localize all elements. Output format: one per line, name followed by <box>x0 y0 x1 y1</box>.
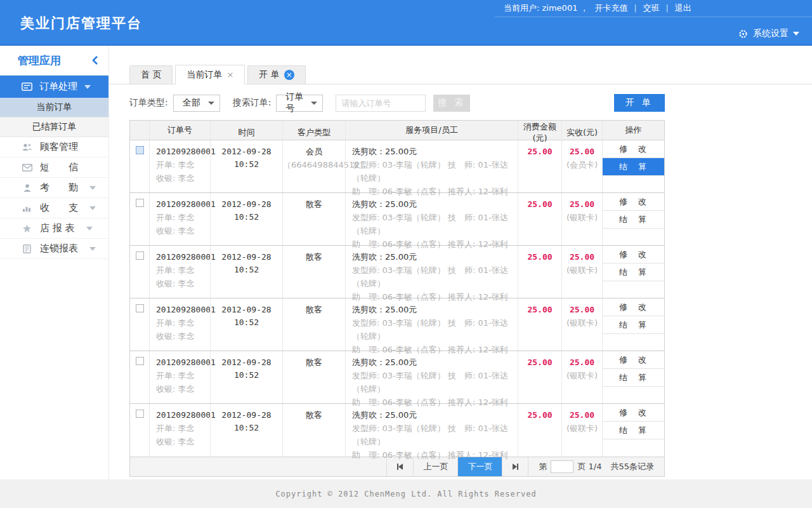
order-number: 201209280001 <box>156 409 210 422</box>
pay-method: (银联卡) <box>562 316 602 330</box>
action-spacer <box>603 176 664 192</box>
col-amount: 消费金额(元) <box>518 121 561 140</box>
divider: | <box>634 4 637 13</box>
col-customer-type: 客户类型 <box>282 121 345 140</box>
sidebar-item-sms[interactable]: 短 信 <box>0 157 108 178</box>
sidebar-item-attendance[interactable]: 考 勤 <box>0 178 108 198</box>
edit-button[interactable]: 修 改 <box>603 246 664 264</box>
row-checkbox[interactable] <box>136 251 144 260</box>
next-page-button[interactable]: 下一页 <box>457 457 502 476</box>
sidebar-item-settled-orders[interactable]: 已结算订单 <box>0 117 108 137</box>
settle-button[interactable]: 结 算 <box>603 264 664 281</box>
edit-button[interactable]: 修 改 <box>603 298 664 316</box>
col-time: 时间 <box>210 121 282 140</box>
sidebar-item-chain-report[interactable]: 连锁报表 <box>0 239 108 259</box>
search-button[interactable]: 搜 索 <box>433 95 470 112</box>
service-item: 洗剪吹：25.00元 <box>352 356 518 369</box>
received-amount: 25.00 <box>562 251 602 264</box>
selected-value: 全部 <box>183 97 200 109</box>
close-icon[interactable]: × <box>226 70 233 79</box>
page: 当前用户: zime001 ， 开卡充值 | 交班 | 退出 美业门店管理平台 … <box>0 0 812 508</box>
settle-button[interactable]: 结 算 <box>603 369 664 387</box>
last-page-button[interactable] <box>502 457 528 476</box>
search-field-select[interactable]: 订单号 <box>276 95 323 112</box>
edit-button[interactable]: 修 改 <box>603 140 664 158</box>
settle-button[interactable]: 结 算 <box>603 422 664 439</box>
order-time: 2012-09-28 10:52 <box>211 198 282 224</box>
sidebar-item-label: 店 报 表 <box>40 222 75 234</box>
settle-button[interactable]: 结 算 <box>603 211 664 229</box>
sidebar-item-store-report[interactable]: 店 报 表 <box>0 218 108 239</box>
chevron-down-icon <box>86 227 93 231</box>
consume-amount: 25.00 <box>518 251 561 264</box>
pay-method: (会员卡) <box>562 158 602 171</box>
collapse-icon[interactable] <box>92 56 98 65</box>
selected-value: 订单号 <box>285 91 311 114</box>
main-content: 首 页 当前订单 × 开 单 × 订单类型: 全部 <box>109 46 812 479</box>
page-title: 美业门店管理平台 <box>20 14 142 33</box>
customers-icon <box>22 142 32 152</box>
action-spacer <box>603 387 664 403</box>
customer-type: 会员 <box>283 145 345 158</box>
received-amount: 25.00 <box>562 304 602 316</box>
search-input[interactable] <box>336 95 426 112</box>
table-body: 201209280001 开单: 李念 收银: 李念 2012-09-28 10… <box>130 140 664 457</box>
order-number: 201209280001 <box>156 145 210 158</box>
page-jump: 第 页 1/4 <box>539 460 601 473</box>
service-item: 洗剪吹：25.00元 <box>352 145 518 158</box>
sidebar-item-current-orders[interactable]: 当前订单 <box>0 98 108 117</box>
row-checkbox[interactable] <box>136 357 144 365</box>
order-type-select[interactable]: 全部 <box>173 95 220 112</box>
settle-button[interactable]: 结 算 <box>603 158 664 176</box>
col-service-staff: 服务项目/员工 <box>345 121 518 140</box>
chevron-down-icon <box>89 206 96 210</box>
received-amount: 25.00 <box>562 409 602 422</box>
sidebar-item-order-processing[interactable]: 订单处理 <box>0 76 108 98</box>
edit-button[interactable]: 修 改 <box>603 193 664 211</box>
settle-button[interactable]: 结 算 <box>603 316 664 334</box>
customer-type: 散客 <box>283 198 345 211</box>
pagination-buttons: 上一页 下一页 <box>386 457 528 476</box>
edit-button[interactable]: 修 改 <box>603 404 664 422</box>
staff-line: 发型师: 03-李瑞（轮牌） 技 师: 01-张达（轮牌） <box>352 264 518 290</box>
customer-card-number: （6646498844512） <box>283 158 345 171</box>
row-checkbox[interactable] <box>136 410 144 418</box>
first-page-button[interactable] <box>386 457 413 476</box>
gear-icon <box>738 29 749 39</box>
search-order-label: 搜索订单: <box>233 97 272 109</box>
opened-by: 开单: 李念 <box>156 211 210 224</box>
staff-line: 发型师: 03-李瑞（轮牌） 技 师: 01-张达（轮牌） <box>352 422 518 448</box>
tab-open-order[interactable]: 开 单 × <box>247 65 305 84</box>
table-row: 201209280001 开单: 李念 收银: 李念 2012-09-28 10… <box>130 246 664 298</box>
prev-page-button[interactable]: 上一页 <box>413 457 457 476</box>
pay-method: (银联卡) <box>562 422 602 435</box>
document-icon <box>22 243 32 254</box>
tab-current-orders[interactable]: 当前订单 × <box>175 65 245 84</box>
row-checkbox[interactable] <box>136 199 144 207</box>
edit-button[interactable]: 修 改 <box>603 351 664 369</box>
topup-link[interactable]: 开卡充值 <box>595 3 628 14</box>
service-item: 洗剪吹：25.00元 <box>352 251 518 264</box>
sidebar-item-customer-management[interactable]: 顾客管理 <box>0 137 108 157</box>
tab-home[interactable]: 首 页 <box>129 65 173 84</box>
cashier: 收银: 李念 <box>156 171 210 185</box>
row-checkbox[interactable] <box>136 304 144 312</box>
page-number-input[interactable] <box>551 460 573 473</box>
opened-by: 开单: 李念 <box>156 369 210 382</box>
order-number: 201209280001 <box>156 304 210 316</box>
logout-link[interactable]: 退出 <box>675 3 691 14</box>
system-settings-menu[interactable]: 系统设置 <box>738 28 799 39</box>
sidebar-item-income-expense[interactable]: 收 支 <box>0 198 108 218</box>
order-type-label: 订单类型: <box>129 97 168 109</box>
orders-table: 订单号 时间 客户类型 服务项目/员工 消费金额(元) 实收(元) 操作 201… <box>129 120 665 477</box>
app-header: 当前用户: zime001 ， 开卡充值 | 交班 | 退出 美业门店管理平台 … <box>0 0 812 46</box>
order-number: 201209280001 <box>156 198 210 211</box>
opened-by: 开单: 李念 <box>156 316 210 330</box>
table-row: 201209280001 开单: 李念 收银: 李念 2012-09-28 10… <box>130 351 664 404</box>
customer-type: 散客 <box>283 409 345 422</box>
cashier: 收银: 李念 <box>156 382 210 396</box>
close-icon[interactable]: × <box>284 70 294 80</box>
shift-link[interactable]: 交班 <box>643 3 660 14</box>
open-order-button[interactable]: 开 单 <box>614 94 665 112</box>
row-checkbox[interactable] <box>136 146 144 154</box>
